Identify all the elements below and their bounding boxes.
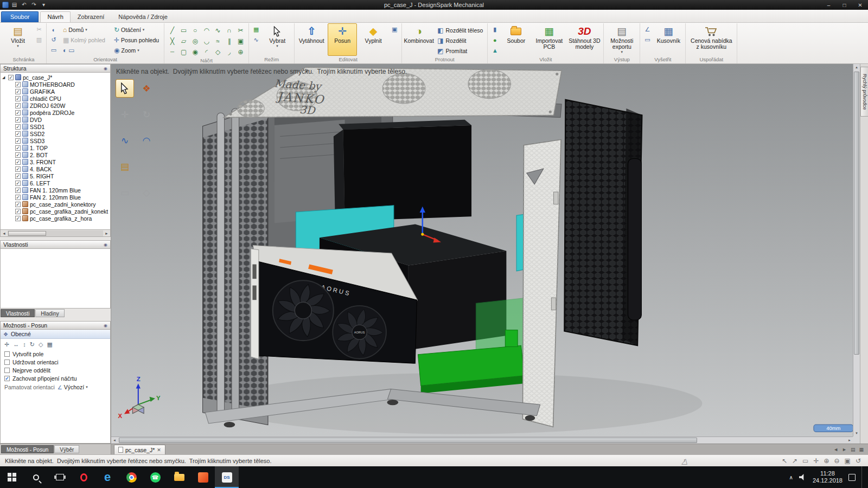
ellipse-icon[interactable]: ≈ xyxy=(212,36,224,47)
quick-guide-tab[interactable]: Rychlý průvodce xyxy=(860,67,868,117)
tree-root-item[interactable]: ◢ ✓ pc_case_J* xyxy=(1,74,110,81)
checkbox-icon[interactable]: ✓ xyxy=(15,110,21,115)
project-button[interactable]: ◩ Promítat xyxy=(435,46,485,56)
sketch-mode-tool[interactable]: ∿ xyxy=(116,131,134,150)
checkbox-icon[interactable]: ✓ xyxy=(15,124,21,130)
move-button[interactable]: ✛ Posun xyxy=(328,23,357,56)
scroll-left-icon[interactable]: ◄ xyxy=(111,437,118,444)
taskbar-clock[interactable]: 11:28 24.12.2018 xyxy=(813,470,843,484)
circle-2pt-icon[interactable]: ◎ xyxy=(189,36,201,47)
scroll-left-icon[interactable]: ◄ xyxy=(1,232,8,235)
checkbox-icon[interactable] xyxy=(4,359,10,365)
tree-item[interactable]: ✓ 3. FRONT xyxy=(1,158,110,165)
taskbar-designspark-button[interactable]: DS xyxy=(215,466,239,488)
move-handle-icon[interactable]: ✛ xyxy=(4,341,9,348)
tree-item[interactable]: ✓ 6. LEFT xyxy=(1,179,110,187)
spline-icon[interactable]: ∿ xyxy=(212,25,224,36)
3d-viewport-canvas[interactable]: Made by JANKO 3D xyxy=(111,64,860,444)
taskbar-whatsapp-button[interactable]: ☎ xyxy=(143,466,167,488)
section-mode-tool[interactable]: ◠ xyxy=(137,131,156,150)
taskbar-edge-button[interactable]: e xyxy=(95,466,119,488)
tree-item[interactable]: ✓ SSD2 xyxy=(1,130,110,137)
ruler-icon[interactable]: ▦ xyxy=(47,341,52,348)
copy-button[interactable]: ▥ xyxy=(34,35,44,44)
tree-item[interactable]: ✓ 1. TOP xyxy=(1,144,110,151)
checkbox-icon[interactable]: ✓ xyxy=(15,103,21,108)
gpu-fan-2[interactable]: AORUS xyxy=(333,306,386,359)
tab-hladiny[interactable]: Hladiny xyxy=(35,309,64,317)
project-to-sketch-icon[interactable]: ◞ xyxy=(224,47,235,57)
tree-item[interactable]: ✓ FAN 2. 120mm Blue xyxy=(1,194,110,201)
tab-vlastnosti[interactable]: Vlastnosti xyxy=(1,309,35,317)
tree-item[interactable]: ✓ GRAFIKA xyxy=(1,88,110,95)
tree-item[interactable]: ✓ ZDROJ 620W xyxy=(1,102,110,109)
trim-icon[interactable]: ✂ xyxy=(235,25,246,36)
quote-from-bom-button[interactable]: Cenová nabídka z kusovníku xyxy=(688,23,735,56)
arc-icon[interactable]: ◠ xyxy=(201,25,212,36)
select-button[interactable]: Vybrat ▾ xyxy=(263,23,292,56)
combine-button[interactable]: ◑ Kombinovat xyxy=(404,23,433,56)
redo-icon[interactable]: ↷ xyxy=(30,1,38,9)
move-grid-tool[interactable]: ✛ xyxy=(116,105,134,124)
tree-item[interactable]: ✓ SSD1 xyxy=(1,123,110,130)
taskbar-app-orange-button[interactable] xyxy=(191,466,215,488)
previous-tab-icon[interactable]: ◄ xyxy=(833,447,838,452)
checkbox-icon[interactable]: ✓ xyxy=(15,89,21,94)
scroll-right-icon[interactable]: ► xyxy=(846,437,853,444)
expander-icon[interactable]: ◢ xyxy=(2,75,7,80)
rotate-about-icon[interactable]: ↻ xyxy=(30,341,35,348)
checkbox-icon[interactable]: ✓ xyxy=(15,174,21,179)
aux-tool-1[interactable]: ▭ xyxy=(116,183,134,202)
circle-icon[interactable]: ○ xyxy=(189,25,201,36)
point-icon[interactable]: ◉ xyxy=(189,47,201,57)
checkbox-icon[interactable]: ✓ xyxy=(15,82,21,87)
view-option-icon-2[interactable]: ↺ xyxy=(49,35,59,44)
tab-vyber[interactable]: Výběr xyxy=(54,445,79,453)
taskbar-file-explorer-button[interactable] xyxy=(167,466,191,488)
view-filter-buttons[interactable]: ◐ ▭ xyxy=(60,46,110,55)
tab-list-icon[interactable]: ▤ xyxy=(851,447,856,452)
spin-button[interactable]: ↻ Otáčení ▾ xyxy=(111,25,147,35)
taskbar-opera-button[interactable] xyxy=(72,466,95,488)
horizontal-scrollbar[interactable]: ◄ ► xyxy=(111,436,853,444)
warning-icon[interactable]: △! xyxy=(680,457,690,465)
arc-3pt-icon[interactable]: ◡ xyxy=(201,36,212,47)
checkbox-icon[interactable]: ✓ xyxy=(15,117,21,123)
taskbar-chrome-button[interactable] xyxy=(119,466,143,488)
checkbox-icon[interactable]: ✓ xyxy=(15,216,21,221)
save-icon[interactable]: ▤ xyxy=(10,1,18,9)
show-desktop-button[interactable] xyxy=(861,466,864,488)
checkbox-icon[interactable]: ✓ xyxy=(15,138,21,144)
tree-item[interactable]: ✓ FAN 1. 120mm Blue xyxy=(1,187,110,194)
edit-extra-icon[interactable]: ▣ xyxy=(390,25,399,34)
pan-icon[interactable]: ✛ xyxy=(813,457,819,465)
undo-icon[interactable]: ↶ xyxy=(20,1,28,9)
insert-cylinder-icon[interactable]: ▮ xyxy=(490,25,500,34)
close-button[interactable]: ✕ xyxy=(852,1,868,9)
tree-item[interactable]: ✓ pc_case_zadni_konektory xyxy=(1,201,110,208)
taskbar-task-view-button[interactable] xyxy=(48,466,72,488)
zoom-button[interactable]: ◉ Zoom ▾ xyxy=(111,46,142,55)
construction-line-icon[interactable]: ┄ xyxy=(167,47,178,57)
tree-item[interactable]: ✓ pc_case_grafika_zadni_konekt xyxy=(1,208,110,215)
measure-angle-icon[interactable]: ∠ xyxy=(642,25,652,34)
vertical-scrollbar[interactable]: ▲ ▼ xyxy=(853,64,860,436)
zoom-out-icon[interactable]: ⊖ xyxy=(834,457,840,465)
tree-item[interactable]: ✓ 4. BACK xyxy=(1,165,110,172)
orient-to-object-icon[interactable]: ↔ xyxy=(13,341,19,348)
tree-item[interactable]: ✓ 5. RIGHT xyxy=(1,172,110,179)
checkbox-icon[interactable] xyxy=(4,351,10,357)
checkbox-icon[interactable]: ✓ xyxy=(15,131,21,137)
checkbox-icon[interactable]: ✓ xyxy=(8,75,14,80)
next-tab-icon[interactable]: ► xyxy=(842,447,847,452)
quick-access-caret-icon[interactable]: ▾ xyxy=(40,1,48,9)
tab-zobrazeni[interactable]: Zobrazení xyxy=(71,11,112,22)
checkbox-icon[interactable]: ✓ xyxy=(15,195,21,200)
bom-button[interactable]: ▦ Kusovník xyxy=(654,23,683,56)
polyline-icon[interactable]: ╳ xyxy=(167,36,178,47)
orientation-dropdown[interactable]: ∠ Výchozí ▾ xyxy=(58,384,88,390)
import-pcb-button[interactable]: ▦ Importovat PCB xyxy=(532,23,566,56)
option-checkbox-row[interactable]: Nejprve oddělit xyxy=(1,366,110,374)
checkbox-icon[interactable]: ✓ xyxy=(15,202,21,207)
chamfer-icon[interactable]: ◇ xyxy=(212,47,224,57)
